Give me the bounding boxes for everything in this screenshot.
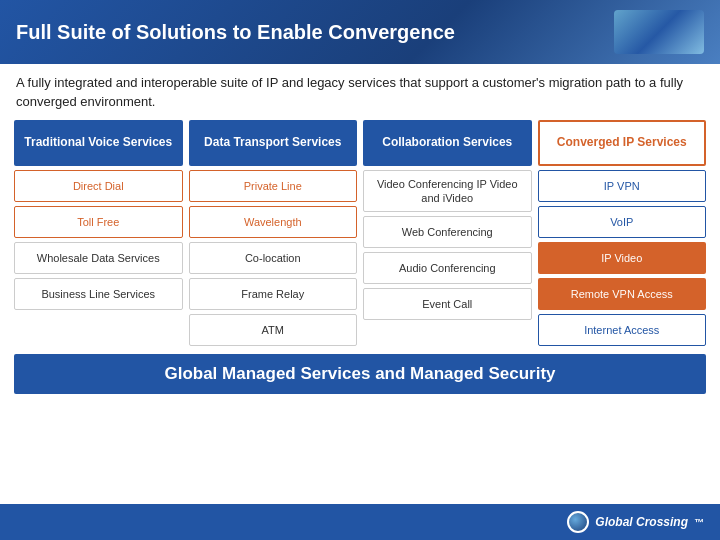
- cell-direct-dial: Direct Dial: [14, 170, 183, 202]
- footer-banner: Global Managed Services and Managed Secu…: [14, 354, 706, 394]
- cell-co-location: Co-location: [189, 242, 358, 274]
- column-converged-ip: Converged IP Services IP VPN VoIP IP Vid…: [538, 120, 707, 346]
- col-header-traditional-voice: Traditional Voice Services: [14, 120, 183, 166]
- cell-video-conferencing: Video Conferencing IP Video and iVideo: [363, 170, 532, 213]
- bottom-bar: Global Crossing ™: [0, 504, 720, 540]
- cell-event-call: Event Call: [363, 288, 532, 320]
- cell-atm: ATM: [189, 314, 358, 346]
- cell-web-conferencing: Web Conferencing: [363, 216, 532, 248]
- header-title: Full Suite of Solutions to Enable Conver…: [16, 21, 455, 44]
- cell-remote-vpn-access: Remote VPN Access: [538, 278, 707, 310]
- cell-toll-free: Toll Free: [14, 206, 183, 238]
- cell-ip-video: IP Video: [538, 242, 707, 274]
- subtitle: A fully integrated and interoperable sui…: [0, 64, 720, 120]
- logo-area: Global Crossing ™: [567, 511, 704, 533]
- cell-audio-conferencing: Audio Conferencing: [363, 252, 532, 284]
- cell-private-line: Private Line: [189, 170, 358, 202]
- services-grid: Traditional Voice Services Direct Dial T…: [0, 120, 720, 346]
- globe-icon: [567, 511, 589, 533]
- cell-wavelength: Wavelength: [189, 206, 358, 238]
- cell-business-line: Business Line Services: [14, 278, 183, 310]
- trademark-symbol: ™: [694, 517, 704, 528]
- header-image: [614, 10, 704, 54]
- cell-wholesale-data: Wholesale Data Services: [14, 242, 183, 274]
- logo-text: Global Crossing: [595, 515, 688, 529]
- header: Full Suite of Solutions to Enable Conver…: [0, 0, 720, 64]
- col-header-converged-ip: Converged IP Services: [538, 120, 707, 166]
- cell-frame-relay: Frame Relay: [189, 278, 358, 310]
- cell-internet-access: Internet Access: [538, 314, 707, 346]
- column-traditional-voice: Traditional Voice Services Direct Dial T…: [14, 120, 183, 346]
- col-header-data-transport: Data Transport Services: [189, 120, 358, 166]
- cell-voip: VoIP: [538, 206, 707, 238]
- column-collaboration: Collaboration Services Video Conferencin…: [363, 120, 532, 346]
- col-header-collaboration: Collaboration Services: [363, 120, 532, 166]
- column-data-transport: Data Transport Services Private Line Wav…: [189, 120, 358, 346]
- cell-ip-vpn: IP VPN: [538, 170, 707, 202]
